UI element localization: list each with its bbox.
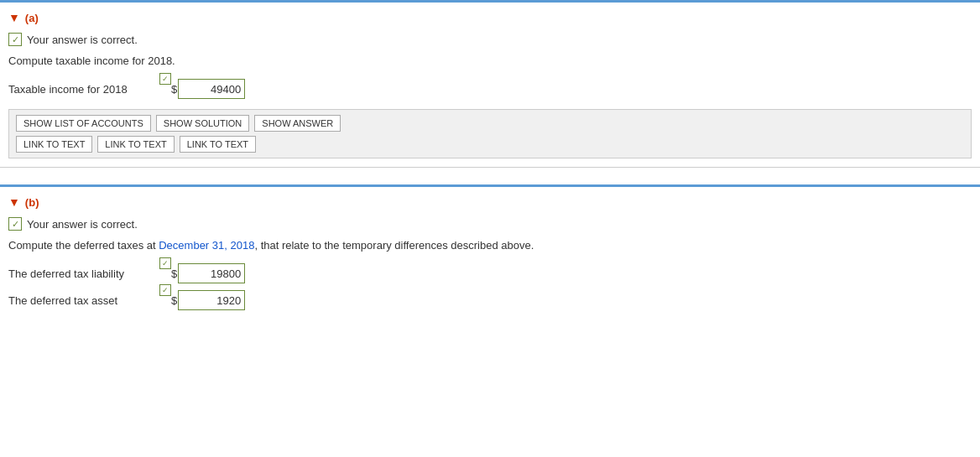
answer-correct-a: Your answer is correct. xyxy=(8,33,972,46)
dollar-sign-asset: $ xyxy=(171,294,177,307)
instruction-b-date: December 31, 2018 xyxy=(159,239,254,252)
section-spacer xyxy=(0,168,980,184)
deferred-asset-input[interactable] xyxy=(178,290,245,310)
check-icon-a xyxy=(8,33,22,46)
section-a: ▼ (a) Your answer is correct. Compute ta… xyxy=(0,3,980,168)
show-solution-button[interactable]: SHOW SOLUTION xyxy=(156,115,250,132)
section-b-header: ▼ (b) xyxy=(8,195,972,209)
dollar-sign-taxable: $ xyxy=(171,83,177,96)
link-to-text-button-3[interactable]: LINK TO TEXT xyxy=(180,136,256,153)
check-small-asset xyxy=(159,284,171,296)
section-a-header: ▼ (a) xyxy=(8,11,972,24)
answer-correct-b: Your answer is correct. xyxy=(8,217,972,231)
field-row-deferred-liability: The deferred tax liability $ xyxy=(8,263,972,283)
toolbar-a: SHOW LIST OF ACCOUNTS SHOW SOLUTION SHOW… xyxy=(8,109,972,158)
collapse-icon-a[interactable]: ▼ xyxy=(8,11,20,24)
correct-text-b: Your answer is correct. xyxy=(27,218,138,231)
check-small-taxable xyxy=(159,73,171,85)
instruction-b-part1: Compute the deferred taxes at xyxy=(8,239,159,252)
deferred-liability-input[interactable] xyxy=(178,263,245,283)
section-a-label: (a) xyxy=(25,12,39,24)
input-wrapper-asset: $ xyxy=(159,290,245,310)
instruction-b-part3: , that relate to the temporary differenc… xyxy=(254,239,534,252)
field-label-deferred-asset: The deferred tax asset xyxy=(8,294,159,307)
toolbar-row-1: SHOW LIST OF ACCOUNTS SHOW SOLUTION SHOW… xyxy=(16,115,964,132)
instruction-a-text: Compute taxable income for 2018. xyxy=(8,55,175,67)
section-b: ▼ (b) Your answer is correct. Compute th… xyxy=(0,187,980,325)
link-to-text-button-2[interactable]: LINK TO TEXT xyxy=(97,136,174,153)
section-b-label: (b) xyxy=(25,196,39,209)
input-wrapper-taxable: $ xyxy=(159,79,245,99)
field-label-taxable-income: Taxable income for 2018 xyxy=(8,83,159,96)
check-icon-b xyxy=(8,217,22,231)
field-label-deferred-liability: The deferred tax liability xyxy=(8,267,159,280)
show-list-of-accounts-button[interactable]: SHOW LIST OF ACCOUNTS xyxy=(16,115,151,132)
check-small-liability xyxy=(159,257,171,269)
show-answer-button[interactable]: SHOW ANSWER xyxy=(254,115,341,132)
field-row-deferred-asset: The deferred tax asset $ xyxy=(8,290,972,310)
toolbar-row-2: LINK TO TEXT LINK TO TEXT LINK TO TEXT xyxy=(16,136,964,153)
dollar-sign-liability: $ xyxy=(171,267,177,280)
field-row-taxable-income: Taxable income for 2018 $ xyxy=(8,79,972,99)
instruction-a: Compute taxable income for 2018. xyxy=(8,55,972,67)
input-wrapper-liability: $ xyxy=(159,263,245,283)
link-to-text-button-1[interactable]: LINK TO TEXT xyxy=(16,136,92,153)
taxable-income-input[interactable] xyxy=(178,79,245,99)
collapse-icon-b[interactable]: ▼ xyxy=(8,195,20,209)
correct-text-a: Your answer is correct. xyxy=(27,34,138,46)
instruction-b: Compute the deferred taxes at December 3… xyxy=(8,239,972,252)
